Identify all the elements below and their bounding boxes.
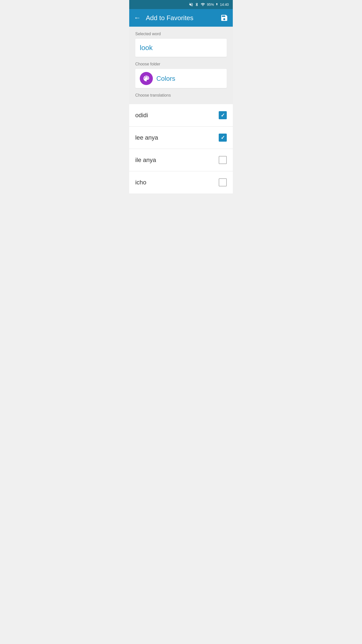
folder-icon-circle <box>140 72 153 85</box>
translation-item[interactable]: ile anya <box>129 149 233 171</box>
time-display: 14:40 <box>220 3 229 7</box>
app-bar-title: Add to Favorites <box>146 14 193 22</box>
save-button[interactable] <box>220 14 228 22</box>
choose-folder-label: Choose folder <box>135 62 227 66</box>
bluetooth-icon <box>195 2 199 7</box>
status-bar: 95% 14:40 <box>129 0 233 9</box>
selected-word-input[interactable] <box>135 39 227 57</box>
translation-checkbox[interactable] <box>219 156 227 164</box>
translation-item[interactable]: lee anya✓ <box>129 127 233 149</box>
translation-text: ile anya <box>135 156 156 164</box>
translation-text: lee anya <box>135 134 158 141</box>
choose-translations-label: Choose translations <box>135 93 227 98</box>
checkmark-icon: ✓ <box>221 135 225 140</box>
checkmark-icon: ✓ <box>221 113 225 118</box>
signal-icon <box>200 2 205 7</box>
app-bar: ← Add to Favorites <box>129 9 233 27</box>
translation-text: odidi <box>135 112 148 119</box>
translations-list: odidi✓lee anya✓ile anyaicho <box>129 104 233 193</box>
translation-item[interactable]: odidi✓ <box>129 104 233 127</box>
translation-checkbox[interactable] <box>219 178 227 186</box>
translation-checkbox[interactable]: ✓ <box>219 134 227 142</box>
back-button[interactable]: ← <box>134 14 141 21</box>
form-content: Selected word Choose folder Colors Choos… <box>129 27 233 104</box>
folder-name: Colors <box>156 75 175 83</box>
status-icons: 95% 14:40 <box>189 2 229 7</box>
palette-icon <box>143 75 150 82</box>
translation-text: icho <box>135 179 146 186</box>
translation-checkbox[interactable]: ✓ <box>219 111 227 119</box>
folder-selector[interactable]: Colors <box>135 69 227 88</box>
selected-word-label: Selected word <box>135 32 227 36</box>
app-bar-left: ← Add to Favorites <box>134 14 193 22</box>
mute-icon <box>189 2 193 7</box>
charging-icon <box>215 2 218 7</box>
battery-percentage: 95% <box>207 3 214 7</box>
translation-item[interactable]: icho <box>129 171 233 193</box>
